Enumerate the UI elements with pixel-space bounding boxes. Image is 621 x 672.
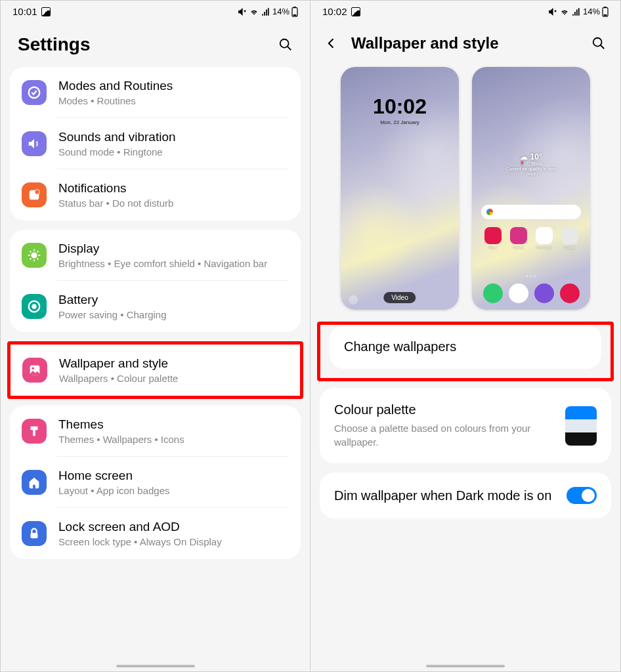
svg-rect-2 xyxy=(293,14,297,16)
colour-palette-row[interactable]: Colour palette Choose a palette based on… xyxy=(320,388,611,463)
change-wallpapers-label: Change wallpapers xyxy=(344,339,587,354)
settings-row-wallpaper[interactable]: Wallpaper and style Wallpapers • Colour … xyxy=(11,345,300,396)
dim-wallpaper-row[interactable]: Dim wallpaper when Dark mode is on xyxy=(320,472,611,518)
settings-row-lock[interactable]: Lock screen and AOD Screen lock type • A… xyxy=(10,508,301,559)
page-title: Settings xyxy=(18,34,90,55)
svg-rect-24 xyxy=(604,14,607,16)
google-search-bar xyxy=(481,205,581,219)
sound-icon xyxy=(22,131,47,156)
lock-screen-preview[interactable]: 10:02 Mon, 22 January Video xyxy=(341,67,459,310)
wallpaper-style-screen: 10:02 14% Wallpaper and style 10:02 Mon,… xyxy=(310,1,620,671)
row-title: Sounds and vibration xyxy=(58,130,289,144)
row-sub: Sound mode • Ringtone xyxy=(58,146,289,158)
signal-icon xyxy=(261,7,270,16)
page-dots: • ○ ○ xyxy=(472,274,590,278)
home-indicator[interactable] xyxy=(426,665,505,667)
camera-shortcut-icon xyxy=(349,295,358,304)
dock xyxy=(481,284,581,303)
svg-line-26 xyxy=(601,45,605,49)
app-store: Store xyxy=(481,227,504,249)
svg-point-18 xyxy=(32,304,36,308)
back-icon[interactable] xyxy=(325,37,338,50)
lock-time: 10:02 xyxy=(341,94,459,119)
svg-point-20 xyxy=(32,367,34,369)
page-header: Settings xyxy=(1,20,310,67)
highlight-change-wallpapers: Change wallpapers xyxy=(317,322,614,381)
mute-icon xyxy=(238,7,247,16)
wifi-icon xyxy=(559,7,570,16)
search-icon[interactable] xyxy=(591,36,606,51)
row-sub: Wallpapers • Colour palette xyxy=(59,373,288,384)
app-play-store: Play Store xyxy=(532,227,555,249)
settings-row-sound[interactable]: Sounds and vibration Sound mode • Ringto… xyxy=(10,118,301,169)
row-title: Battery xyxy=(58,293,289,307)
change-wallpapers-row[interactable]: Change wallpapers xyxy=(330,325,601,369)
lock-date: Mon, 22 January xyxy=(341,119,459,125)
home-screen-preview[interactable]: ☁ 10° 📍 C Block Current air quality is v… xyxy=(472,67,590,310)
dim-wallpaper-label: Dim wallpaper when Dark mode is on xyxy=(334,488,557,503)
row-sub: Brightness • Eye comfort shield • Naviga… xyxy=(58,258,289,269)
row-sub: Modes • Routines xyxy=(58,95,289,106)
home-indicator[interactable] xyxy=(116,665,195,667)
svg-line-13 xyxy=(30,251,32,253)
settings-row-themes[interactable]: Themes Themes • Wallpapers • Icons xyxy=(10,406,301,457)
settings-group: Modes and Routines Modes • Routines Soun… xyxy=(10,67,301,220)
row-title: Themes xyxy=(58,417,289,432)
svg-line-14 xyxy=(37,259,39,260)
row-title: Modes and Routines xyxy=(58,79,289,93)
svg-point-8 xyxy=(31,252,37,258)
dock-app xyxy=(560,284,580,303)
settings-row-display[interactable]: Display Brightness • Eye comfort shield … xyxy=(10,230,301,281)
colour-palette-sub: Choose a palette based on colours from y… xyxy=(334,421,556,449)
battery-percent: 14% xyxy=(583,7,600,16)
row-title: Home screen xyxy=(58,469,289,483)
home-icon xyxy=(22,470,47,495)
search-icon[interactable] xyxy=(278,37,293,52)
row-title: Wallpaper and style xyxy=(59,356,288,371)
svg-point-3 xyxy=(280,39,289,48)
row-sub: Layout • App icon badges xyxy=(58,485,289,496)
row-sub: Screen lock type • Always On Display xyxy=(58,536,289,547)
mute-icon xyxy=(548,7,557,16)
settings-group: Display Brightness • Eye comfort shield … xyxy=(10,230,301,332)
status-time: 10:02 xyxy=(322,6,347,17)
app-grid: StoreGalleryPlay StoreGoogle xyxy=(481,227,581,249)
app-google: Google xyxy=(558,227,581,249)
battery-percent: 14% xyxy=(272,7,289,16)
wallpaper-icon xyxy=(22,358,47,383)
row-title: Lock screen and AOD xyxy=(58,520,289,534)
weather-widget: ☁ 10° 📍 C Block Current air quality is v… xyxy=(502,152,561,176)
svg-point-7 xyxy=(35,190,39,194)
settings-row-notif[interactable]: Notifications Status bar • Do not distur… xyxy=(10,169,301,220)
svg-rect-1 xyxy=(293,7,295,8)
status-icons: 14% xyxy=(548,7,609,17)
highlight-wallpaper-style: Wallpaper and style Wallpapers • Colour … xyxy=(7,341,303,399)
video-badge: Video xyxy=(383,292,416,303)
gallery-icon xyxy=(41,7,51,16)
dock-app xyxy=(509,284,528,303)
app-gallery: Gallery xyxy=(507,227,530,249)
battery-icon xyxy=(291,7,298,17)
svg-line-16 xyxy=(37,251,39,253)
palette-swatch xyxy=(565,406,597,446)
row-title: Display xyxy=(58,242,289,256)
settings-group: Themes Themes • Wallpapers • Icons Home … xyxy=(10,406,301,559)
dim-wallpaper-toggle[interactable] xyxy=(567,487,597,504)
signal-icon xyxy=(572,7,581,16)
wifi-icon xyxy=(249,7,259,16)
settings-row-home[interactable]: Home screen Layout • App icon badges xyxy=(10,457,301,508)
page-title: Wallpaper and style xyxy=(351,34,578,52)
status-icons: 14% xyxy=(238,7,298,17)
display-icon xyxy=(22,243,47,268)
settings-row-battery[interactable]: Battery Power saving • Charging xyxy=(10,281,301,332)
row-sub: Status bar • Do not disturb xyxy=(58,198,289,209)
dock-app xyxy=(534,284,554,303)
battery-icon xyxy=(22,294,47,319)
status-bar: 10:01 14% xyxy=(1,1,310,20)
settings-row-modes[interactable]: Modes and Routines Modes • Routines xyxy=(10,67,301,118)
svg-rect-21 xyxy=(31,533,38,538)
colour-palette-label: Colour palette xyxy=(334,402,556,417)
svg-line-15 xyxy=(30,259,32,260)
svg-point-25 xyxy=(593,38,602,47)
svg-rect-23 xyxy=(604,7,606,8)
